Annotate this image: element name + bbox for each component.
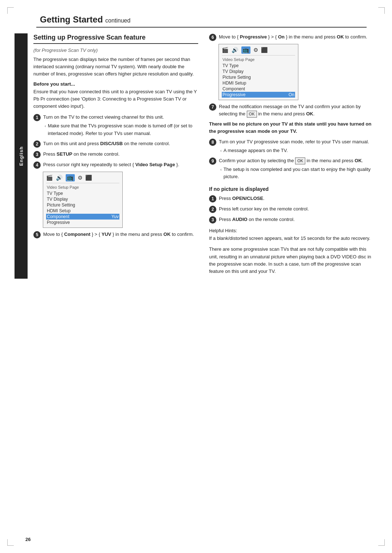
menu-item-tvtype-6: TV Type <box>222 63 295 69</box>
menu-label-step4: Video Setup Page <box>46 185 119 189</box>
no-picture-section: If no picture is displayed 1 Press OPEN/… <box>209 186 374 224</box>
ok-button-inline-7: OK <box>247 111 257 118</box>
step-8-sub: ‹ A message appears on the TV. <box>220 147 374 154</box>
no-picture-step-1: 1 Press OPEN/CLOSE. <box>209 195 374 202</box>
before-start-title: Before you start... <box>33 81 198 87</box>
menu-icon-tv-active-6: 📺 <box>241 46 250 54</box>
menu-item-component-6: Component <box>222 86 295 92</box>
menu-icons-step6: 🎬 🔊 📺 ⚙ ⬛ <box>222 46 295 56</box>
helpful-hints-title: Helpful Hints: <box>209 228 374 233</box>
page-container: Getting Started continued English Settin… <box>0 0 392 553</box>
section-description: The progressive scan displays twice the … <box>33 56 198 78</box>
step-5-content: Move to { Component } > { YUV } in the m… <box>43 231 198 238</box>
step-9-content: Confirm your action by selecting the OK … <box>219 157 374 180</box>
menu-item-hdmisetup-6: HDMI Setup <box>222 80 295 86</box>
menu-item-progressive: Progressive <box>46 220 119 225</box>
right-column: 6 Move to { Progressive } > { On } in th… <box>209 33 374 279</box>
menu-icon-settings-6: ⚙ <box>253 47 258 53</box>
menu-icon-tv-active: 📺 <box>66 174 75 181</box>
menu-icon-extra: ⬛ <box>85 175 92 181</box>
menu-icon-extra-6: ⬛ <box>261 47 268 53</box>
step-2-num: 2 <box>33 140 41 148</box>
step-3: 3 Press SETUP on the remote control. <box>33 151 198 158</box>
section-title: Setting up Progressive Scan feature <box>33 33 198 44</box>
corner-mark-bl <box>7 539 14 546</box>
menu-item-tvtype: TV Type <box>46 191 119 196</box>
menu-item-component-highlighted: Component Yuv <box>46 214 119 220</box>
step-2-content: Turn on this unit and press DISC/USB on … <box>43 140 198 147</box>
menu-icon-audio: 🔊 <box>56 175 63 181</box>
no-picture-step-3: 3 Press AUDIO on the remote control. <box>209 216 374 224</box>
step-2: 2 Turn on this unit and press DISC/USB o… <box>33 140 198 148</box>
no-picture-step-1-content: Press OPEN/CLOSE. <box>219 195 374 202</box>
step-3-num: 3 <box>33 151 41 158</box>
menu-icon-audio-6: 🔊 <box>232 47 238 53</box>
step-9-num: 9 <box>209 157 216 165</box>
no-picture-step-1-num: 1 <box>209 195 216 202</box>
no-picture-title: If no picture is displayed <box>209 186 374 192</box>
page-header: Getting Started continued <box>0 15 392 28</box>
menu-icons-step4: 🎬 🔊 📺 ⚙ ⬛ <box>46 174 119 183</box>
corner-mark-br <box>378 539 385 546</box>
step-8-content: Turn on your TV progressive scan mode, r… <box>219 138 374 154</box>
helpful-hints-text1: If a blank/distorted screen appears, wai… <box>209 235 374 242</box>
intro-text: (for Progressive Scan TV only) <box>33 48 198 53</box>
step-1: 1 Turn on the TV to the correct viewing … <box>33 114 198 137</box>
no-picture-step-2-num: 2 <box>209 206 216 213</box>
corner-mark-tl <box>7 7 14 14</box>
menu-box-step6: 🎬 🔊 📺 ⚙ ⬛ Video Setup Page TV Type TV Di… <box>219 44 298 100</box>
step-5: 5 Move to { Component } > { YUV } in the… <box>33 231 198 238</box>
menu-label-step6: Video Setup Page <box>222 57 295 62</box>
step-8: 8 Turn on your TV progressive scan mode,… <box>209 138 374 154</box>
step-6-num: 6 <box>209 34 216 41</box>
no-picture-step-2-content: Press left cursor key on the remote cont… <box>219 205 374 213</box>
step-9: 9 Confirm your action by selecting the O… <box>209 157 374 180</box>
no-picture-step-3-num: 3 <box>209 216 216 224</box>
content-area: English Setting up Progressive Scan feat… <box>0 33 392 279</box>
step-7: 7 Read the notification message on the T… <box>209 103 374 118</box>
step-1-sub: ‹ Make sure that the TVs progressive sca… <box>45 122 198 137</box>
menu-box-step4: 🎬 🔊 📺 ⚙ ⬛ Video Setup Page TV Type TV Di… <box>43 172 123 228</box>
left-column: Setting up Progressive Scan feature (for… <box>33 33 198 279</box>
menu-item-picturesetting: Picture Setting <box>46 202 119 208</box>
language-sidebar: English <box>15 33 28 279</box>
two-column-layout: Setting up Progressive Scan feature (for… <box>33 33 374 279</box>
step-7-num: 7 <box>209 103 216 111</box>
menu-icon-video-6: 🎬 <box>222 47 229 53</box>
page-number: 26 <box>25 537 30 542</box>
before-start-text: Ensure that you have connected this unit… <box>33 88 198 110</box>
menu-item-hdmisetup: HDMI Setup <box>46 208 119 214</box>
step-4-content: Press cursor right key repeatedly to sel… <box>43 161 198 168</box>
menu-item-progressive-highlighted: Progressive On <box>222 92 295 98</box>
page-title: Getting Started continued <box>36 15 367 28</box>
step-4-num: 4 <box>33 161 41 169</box>
step-9-sub: ‹ The setup is now completed and you can… <box>220 166 374 180</box>
step-6: 6 Move to { Progressive } > { On } in th… <box>209 33 374 41</box>
step-3-content: Press SETUP on the remote control. <box>43 151 198 158</box>
warning-text: There will be no picture on your TV at t… <box>209 120 374 135</box>
step-5-num: 5 <box>33 231 41 238</box>
helpful-hints: Helpful Hints: If a blank/distorted scre… <box>209 228 374 275</box>
menu-item-tvdisplay: TV Display <box>46 196 119 202</box>
step-1-content: Turn on the TV to the correct viewing ch… <box>43 114 198 137</box>
corner-mark-tr <box>378 7 385 14</box>
step-4: 4 Press cursor right key repeatedly to s… <box>33 161 198 169</box>
step-8-num: 8 <box>209 139 216 146</box>
step-6-content: Move to { Progressive } > { On } in the … <box>219 33 374 41</box>
menu-icon-video: 🎬 <box>46 175 53 181</box>
ok-button-inline-9: OK <box>295 157 305 164</box>
step-1-num: 1 <box>33 114 41 121</box>
menu-icon-settings: ⚙ <box>78 175 82 181</box>
no-picture-step-3-content: Press AUDIO on the remote control. <box>219 216 374 223</box>
menu-item-tvdisplay-6: TV Display <box>222 69 295 74</box>
menu-item-picturesetting-6: Picture Setting <box>222 74 295 80</box>
step-7-content: Read the notification message on the TV … <box>219 103 374 118</box>
helpful-hints-text2: There are some progressive scan TVs that… <box>209 246 374 275</box>
no-picture-step-2: 2 Press left cursor key on the remote co… <box>209 205 374 213</box>
